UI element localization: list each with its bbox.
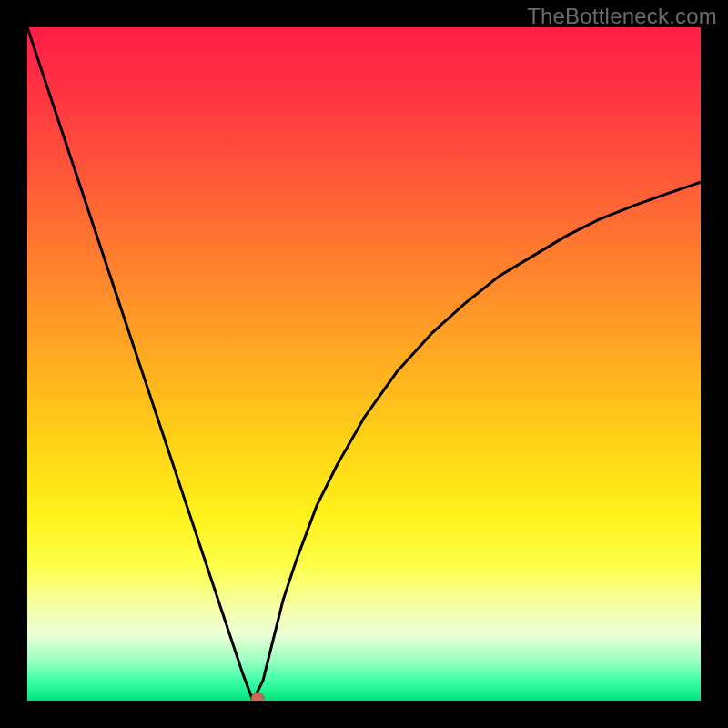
chart-frame: TheBottleneck.com [0, 0, 728, 728]
curve-layer [27, 27, 701, 701]
bottleneck-curve [27, 27, 701, 701]
watermark-text: TheBottleneck.com [527, 4, 717, 29]
optimum-marker [251, 693, 264, 701]
plot-area [27, 27, 701, 701]
